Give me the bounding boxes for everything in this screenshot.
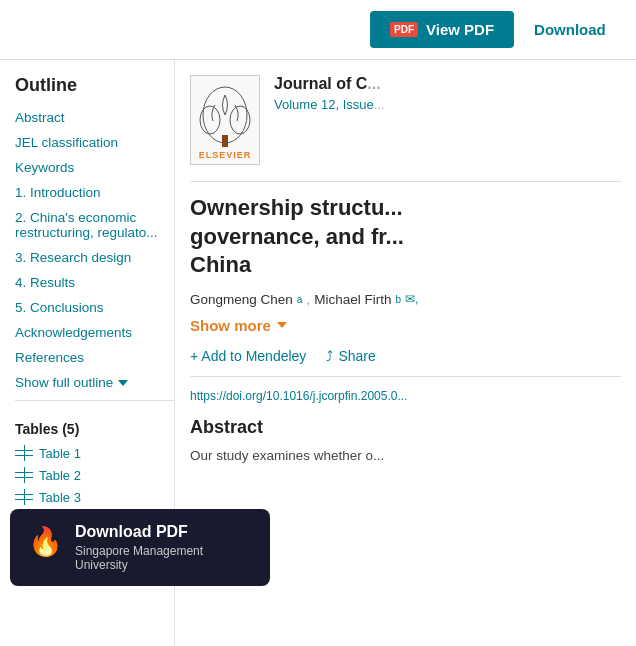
table-2-link[interactable]: Table 2 — [39, 468, 81, 483]
sidebar-item-research[interactable]: 3. Research design — [15, 250, 174, 265]
sidebar-divider — [15, 400, 174, 401]
popup-title: Download PDF — [75, 523, 175, 541]
sidebar: Outline Abstract JEL classification Keyw… — [0, 60, 175, 646]
main-layout: Outline Abstract JEL classification Keyw… — [0, 60, 636, 646]
sidebar-item-china[interactable]: 2. China's economic restructuring, regul… — [15, 210, 174, 240]
show-more-button[interactable]: Show more — [190, 317, 271, 334]
elsevier-logo: ELSEVIER — [190, 75, 260, 165]
table-1-row: Table 1 — [15, 445, 174, 461]
journal-info: Journal of C... Volume 12, Issue... — [274, 75, 385, 112]
table-3-link[interactable]: Table 3 — [39, 490, 81, 505]
share-label: Share — [338, 348, 375, 364]
sidebar-item-references[interactable]: References — [15, 350, 174, 365]
abstract-text: Our study examines whether o... — [190, 446, 621, 466]
popup-text: Download PDF Singapore ManagementUnivers… — [75, 523, 175, 572]
table-icon-1 — [15, 445, 33, 461]
author2-name: Michael Firth — [314, 292, 391, 307]
share-icon: ⤴ — [326, 348, 333, 364]
show-full-outline-button[interactable]: Show full outline — [15, 375, 174, 390]
sidebar-item-intro[interactable]: 1. Introduction — [15, 185, 174, 200]
download-button[interactable]: Download — [534, 21, 606, 38]
abstract-title: Abstract — [190, 417, 621, 438]
author1-sup: a — [297, 294, 303, 305]
sidebar-item-abstract[interactable]: Abstract — [15, 110, 174, 125]
article-title: Ownership structu...governance, and fr..… — [190, 194, 621, 280]
tables-section: Tables (5) Table 1 Table 2 Table 3 — [15, 421, 174, 505]
sidebar-item-results[interactable]: 4. Results — [15, 275, 174, 290]
action-row: + Add to Mendeley ⤴ Share — [190, 348, 621, 377]
sidebar-item-conclusions[interactable]: 5. Conclusions — [15, 300, 174, 315]
flame-icon: 🔥 — [28, 525, 63, 558]
table-icon-2 — [15, 467, 33, 483]
elsevier-label: ELSEVIER — [199, 150, 252, 160]
pdf-icon: PDF — [390, 22, 418, 37]
authors: Gongmeng Chena , Michael Firth b ✉, — [190, 292, 621, 307]
journal-header: ELSEVIER Journal of C... Volume 12, Issu… — [190, 75, 621, 165]
elsevier-tree-image — [195, 85, 255, 150]
tables-title: Tables (5) — [15, 421, 174, 437]
sidebar-title: Outline — [15, 75, 174, 96]
sidebar-item-keywords[interactable]: Keywords — [15, 160, 174, 175]
popup-subtitle: Singapore ManagementUniversity — [75, 544, 175, 572]
author-icons: ✉, — [405, 292, 418, 306]
add-mendeley-label: + Add to Mendeley — [190, 348, 306, 364]
sidebar-item-jel[interactable]: JEL classification — [15, 135, 174, 150]
chevron-down-icon — [118, 380, 128, 386]
show-more-chevron-icon — [277, 322, 287, 328]
doi-link[interactable]: https://doi.org/10.1016/j.jcorpfin.2005.… — [190, 389, 621, 403]
show-more-row: Show more — [190, 317, 621, 334]
journal-volume: Volume 12, Issue... — [274, 97, 385, 112]
show-full-outline-label: Show full outline — [15, 375, 113, 390]
author2-sup: b — [395, 294, 401, 305]
sidebar-item-ack[interactable]: Acknowledgements — [15, 325, 174, 340]
table-2-row: Table 2 — [15, 467, 174, 483]
add-to-mendeley-button[interactable]: + Add to Mendeley — [190, 348, 306, 364]
table-3-row: Table 3 — [15, 489, 174, 505]
view-pdf-button[interactable]: PDF View PDF — [370, 11, 514, 48]
download-pdf-popup[interactable]: 🔥 Download PDF Singapore ManagementUnive… — [10, 509, 175, 586]
author1-name: Gongmeng Chen — [190, 292, 293, 307]
share-button[interactable]: ⤴ Share — [326, 348, 375, 364]
journal-divider — [190, 181, 621, 182]
table-icon-3 — [15, 489, 33, 505]
topbar: PDF View PDF Download — [0, 0, 636, 60]
table-1-link[interactable]: Table 1 — [39, 446, 81, 461]
view-pdf-label: View PDF — [426, 21, 494, 38]
svg-rect-0 — [222, 135, 228, 147]
journal-name: Journal of C... — [274, 75, 385, 93]
